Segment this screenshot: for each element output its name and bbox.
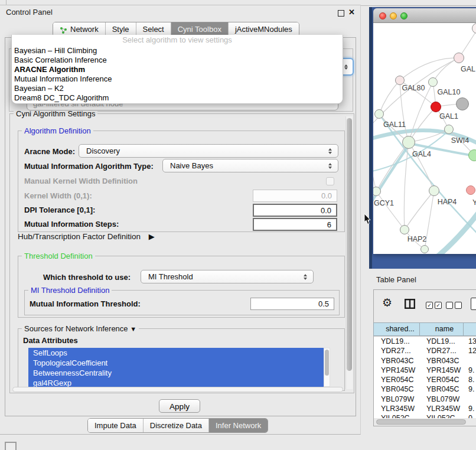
dropdown-prompt: Select algorithm to view settings [12, 35, 343, 46]
cell: 9. [465, 404, 476, 413]
node-unlabeled[interactable] [420, 245, 429, 253]
apply-button[interactable]: Apply [159, 399, 200, 413]
dpi-tolerance-field[interactable] [253, 204, 337, 217]
node-HAP4[interactable] [429, 185, 439, 196]
column-header[interactable]: A [463, 322, 476, 336]
table-row[interactable]: YBR045CYBR045C9. [374, 384, 476, 394]
cell: YLR345W [420, 404, 465, 413]
algorithm-option[interactable]: Dream8 DC_TDC Algorithm [12, 93, 343, 103]
table-row[interactable]: YLR345WYLR345W9. [374, 404, 476, 413]
data-attribute-item[interactable]: SelfLoops [28, 348, 324, 358]
tab-label: jActiveMNodules [235, 23, 292, 35]
select-all-columns-icon[interactable]: ✓✓ [426, 302, 444, 311]
node-Y[interactable] [466, 185, 475, 195]
list-vertical-scrollbar[interactable] [324, 348, 330, 387]
algorithm-option[interactable]: Mutual Information Inference [12, 74, 343, 84]
cell: 9. [465, 366, 476, 375]
manual-kernel-checkbox[interactable] [326, 177, 334, 185]
table-row[interactable]: YDR27...YDR27...12 [374, 346, 476, 356]
algorithm-option[interactable]: Bayesian – K2 [12, 84, 343, 93]
zoom-traffic-light-icon[interactable] [400, 12, 407, 19]
columns-icon[interactable] [405, 299, 415, 311]
tab-discretize-data[interactable]: Discretize Data [143, 419, 208, 432]
tab-cyni-toolbox[interactable]: Cyni Toolbox [171, 22, 228, 36]
table-row[interactable]: YDL19...YDL19...13 [374, 337, 476, 346]
column-header[interactable]: shared... [373, 322, 420, 336]
sources-group: Sources for Network Inference ▼ Data Att… [18, 328, 345, 391]
data-attribute-item[interactable]: gal4RGexp [28, 378, 324, 387]
cell [465, 394, 476, 404]
table-row[interactable]: YER054CYER054C8. [374, 375, 476, 384]
kernel-width-field[interactable] [253, 190, 337, 202]
mi-threshold-group-title: MI Threshold Definition [28, 286, 112, 295]
node-HAP2[interactable] [400, 225, 409, 234]
tab-infer-network[interactable]: Infer Network [208, 419, 268, 432]
mi-threshold-field[interactable] [250, 298, 334, 310]
tab-select[interactable]: Select [136, 22, 171, 36]
node-GAL10[interactable] [428, 77, 438, 87]
tab-jactivemnodules[interactable]: jActiveMNodules [228, 22, 299, 36]
algorithm-option[interactable]: ARACNE Algorithm [12, 65, 343, 74]
table-row[interactable]: YPR145WYPR145W9. [374, 366, 476, 375]
chevron-down-icon[interactable]: ▼ [130, 325, 136, 332]
tab-style[interactable]: Style [105, 22, 136, 36]
unchecked-box-icon [455, 302, 462, 309]
data-attributes-label: Data Attributes [23, 336, 78, 345]
cell: 8. [465, 375, 476, 384]
table-row[interactable]: YIL052CYIL052C0. [374, 413, 476, 418]
close-traffic-light-icon[interactable] [379, 12, 386, 19]
network-window-titlebar[interactable] [373, 8, 476, 23]
scrollbar-thumb[interactable] [376, 419, 466, 425]
minimize-traffic-light-icon[interactable] [390, 12, 397, 19]
table-horizontal-scrollbar[interactable] [376, 419, 475, 425]
algorithm-option[interactable]: Bayesian – Hill Climbing [12, 46, 343, 56]
cell: YBR045C [420, 384, 465, 394]
settings-horizontal-scrollbar[interactable] [12, 387, 343, 392]
mouse-cursor [364, 214, 371, 225]
settings-vertical-scrollbar[interactable] [345, 116, 353, 389]
cell [465, 356, 476, 366]
node-unlabeled[interactable] [456, 97, 469, 110]
hub-definition-toggle[interactable]: Hub/Transcription Factor Definition ▶ [18, 232, 155, 241]
cell: YPR145W [420, 366, 465, 375]
which-threshold-combo[interactable]: MI Threshold [141, 270, 314, 283]
data-attribute-item[interactable]: BetweennessCentrality [28, 368, 324, 378]
close-icon[interactable]: ✕ [348, 8, 355, 17]
mi-steps-field[interactable] [253, 218, 337, 231]
node-GAL[interactable] [454, 53, 464, 63]
network-canvas[interactable]: GALGAL80GAL10GAL1GAL11SWI4GAL4HAP4YGCY1H… [373, 23, 476, 254]
node-label: GAL10 [438, 88, 461, 96]
aracne-mode-value: Discovery [86, 146, 120, 155]
new-table-icon[interactable] [471, 298, 476, 310]
gear-icon[interactable]: ⚙ [382, 296, 392, 309]
node-label: GAL80 [402, 84, 425, 92]
cell: 13 [465, 337, 476, 346]
algorithm-option[interactable]: Basic Correlation Inference [12, 56, 343, 65]
combo-spinner-icon [328, 148, 332, 155]
cyni-algorithm-settings-group: Cyni Algorithm Settings Algorithm Defini… [9, 113, 354, 393]
node-unlabeled[interactable] [468, 149, 476, 161]
scrollbar-thumb[interactable] [325, 350, 329, 376]
scrollbar-thumb[interactable] [347, 118, 352, 371]
table-row[interactable]: YBL079WYBL079W [374, 394, 476, 404]
node-GAL4[interactable] [402, 136, 415, 149]
node-GAL1[interactable] [431, 102, 441, 112]
node-GAL11[interactable] [374, 109, 384, 119]
column-header[interactable]: name [419, 322, 464, 336]
tab-impute-data[interactable]: Impute Data [88, 419, 143, 432]
cell: YBR045C [374, 384, 420, 394]
float-window-icon[interactable] [338, 10, 344, 17]
node-SWI4[interactable] [444, 125, 454, 134]
data-attribute-item[interactable]: TopologicalCoefficient [28, 358, 324, 368]
scrollbar-thumb[interactable] [12, 387, 343, 392]
mi-type-combo[interactable]: Naive Bayes [162, 159, 338, 172]
node-label: GAL4 [412, 150, 431, 158]
tab-label: Impute Data [94, 419, 136, 432]
deselect-all-columns-icon[interactable] [446, 302, 464, 311]
table-row[interactable]: YBR043CYBR043C [374, 356, 476, 366]
sources-title-text[interactable]: Sources for Network Inference [24, 324, 128, 333]
minimized-panel-icon[interactable] [5, 442, 17, 450]
tab-network[interactable]: Network [53, 22, 105, 36]
aracne-mode-combo[interactable]: Discovery [79, 144, 338, 158]
aracne-mode-label: Aracne Mode: [24, 147, 75, 156]
